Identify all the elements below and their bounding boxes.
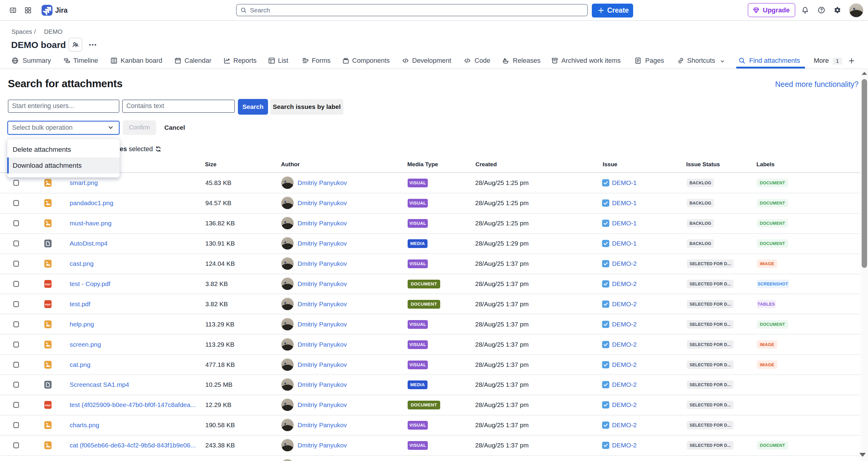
svg-text:PDF: PDF xyxy=(45,303,51,306)
svg-text:PDF: PDF xyxy=(45,404,51,407)
svg-text:PDF: PDF xyxy=(45,283,51,286)
